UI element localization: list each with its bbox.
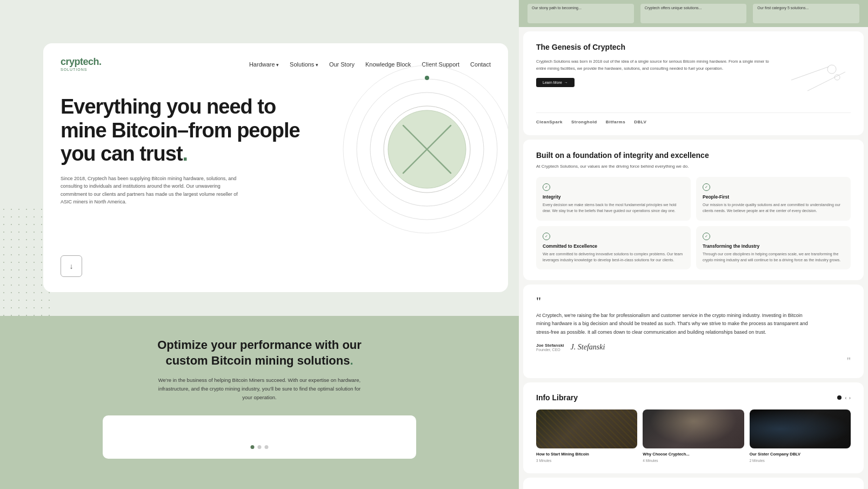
circle-graphic: [340, 63, 508, 236]
lib-card-dblv-title: Our Sister Company DBLV: [750, 452, 851, 458]
genesis-title: The Genesis of Cryptech: [536, 42, 851, 52]
partner-dblv: DBLV: [634, 120, 646, 124]
lib-card-dblv-meta: 2 Minutes: [750, 459, 851, 462]
transforming-icon: [703, 233, 710, 240]
carousel-dots: [251, 445, 269, 449]
lib-card-people[interactable]: Why Choose Cryptech... 4 Minutes: [643, 409, 744, 463]
quote-open-mark: ": [536, 295, 851, 307]
library-next-arrow[interactable]: ›: [849, 394, 851, 400]
quote-text: At Cryptech, we're raising the bar for p…: [536, 312, 817, 336]
lib-card-people-meta: 4 Minutes: [643, 459, 744, 462]
partner-stronghold: Stronghold: [571, 120, 597, 124]
library-cards: How to Start Mining Bitcoin 3 Minutes Wh…: [536, 409, 851, 463]
genesis-description: Cryptech Solutions was born in 2018 out …: [536, 58, 777, 72]
nav-link-hardware[interactable]: Hardware: [249, 61, 279, 68]
hero-description: Since 2018, Cryptech has been supplying …: [61, 175, 244, 206]
nav-item-solutions[interactable]: Solutions: [290, 59, 318, 69]
lib-card-dblv[interactable]: Our Sister Company DBLV 2 Minutes: [750, 409, 851, 463]
library-controls: ‹ ›: [837, 394, 851, 400]
nav-link-solutions[interactable]: Solutions: [290, 61, 318, 68]
quote-author: Joe Stefanski Founder, CEO J. Stefanski: [536, 343, 851, 352]
genesis-learn-more-button[interactable]: Learn More →: [536, 78, 575, 87]
quote-section: " At Cryptech, we're raising the bar for…: [523, 285, 864, 378]
green-section: Optimize your performance with our custo…: [0, 316, 519, 489]
logo-subtitle: solutions: [61, 68, 102, 71]
value-excellence-desc: We are committed to delivering innovativ…: [543, 251, 684, 263]
author-signature: J. Stefanski: [571, 343, 605, 352]
genesis-content: Cryptech Solutions was born in 2018 out …: [536, 58, 851, 104]
integrity-icon: [543, 183, 550, 191]
author-info: Joe Stefanski Founder, CEO: [536, 343, 564, 352]
lib-card-mining-image: [536, 409, 637, 448]
left-panel: cryptech. solutions Hardware Solutions O…: [0, 0, 519, 489]
strip-card-3-text: Our first category 5 solutions...: [757, 6, 809, 10]
value-integrity: Integrity Every decision we make stems b…: [536, 177, 691, 220]
partners-row: CleanSpark Stronghold Bitfarms DBLV: [536, 113, 851, 124]
library-arrows: ‹ ›: [845, 394, 851, 400]
strip-card-2: Cryptech offers unique solutions...: [640, 4, 747, 23]
partner-cleanspark: CleanSpark: [536, 120, 563, 124]
value-integrity-title: Integrity: [543, 194, 684, 200]
values-grid: Integrity Every decision we make stems b…: [536, 177, 851, 269]
genesis-cta: Learn More →: [536, 78, 777, 87]
genesis-graphic: [786, 58, 851, 104]
lib-card-people-image: [643, 409, 744, 448]
strip-card-3: Our first category 5 solutions...: [753, 4, 859, 23]
arrow-icon: →: [564, 81, 568, 84]
value-people-first: People-First Our mission is to provide q…: [696, 177, 851, 220]
top-strip: Our stony path to becoming... Cryptech o…: [519, 0, 868, 27]
svg-point-7: [425, 76, 429, 80]
carousel-dot-3[interactable]: [265, 445, 269, 449]
value-people-first-desc: Our mission is to provide quality soluti…: [703, 202, 844, 214]
value-people-first-title: People-First: [703, 194, 844, 200]
genesis-section: The Genesis of Cryptech Cryptech Solutio…: [523, 31, 864, 135]
right-panel: Our stony path to becoming... Cryptech o…: [519, 0, 868, 489]
author-title: Founder, CEO: [536, 348, 564, 352]
info-library-section: Info Library ‹ › How to Start Mining Bit…: [523, 382, 864, 474]
strip-card-1: Our stony path to becoming...: [528, 4, 634, 23]
excellence-icon: [543, 233, 550, 240]
svg-point-8: [827, 65, 836, 74]
carousel-dot-2[interactable]: [258, 445, 262, 449]
lib-card-dblv-image: [750, 409, 851, 448]
green-card: [103, 415, 416, 459]
info-library-title: Info Library: [536, 393, 578, 402]
svg-point-9: [834, 75, 840, 80]
logo-text: cryptech.: [61, 56, 102, 67]
value-excellence-title: Committed to Excellence: [543, 243, 684, 249]
logo[interactable]: cryptech. solutions: [61, 56, 102, 71]
value-integrity-desc: Every decision we make stems back to the…: [543, 202, 684, 214]
info-library-header: Info Library ‹ ›: [536, 393, 851, 402]
genesis-cta-label: Learn More: [543, 81, 562, 84]
value-transforming-title: Transforming the Industry: [703, 243, 844, 249]
svg-line-10: [807, 72, 845, 91]
green-section-description: We're in the business of helping Bitcoin…: [157, 376, 362, 402]
quote-close-mark: ": [536, 356, 851, 367]
author-name: Joe Stefanski: [536, 343, 564, 348]
people-first-icon: [703, 183, 710, 191]
value-transforming: Transforming the Industry Through our co…: [696, 226, 851, 269]
lib-card-people-title: Why Choose Cryptech...: [643, 452, 744, 458]
carousel-dot-1[interactable]: [251, 445, 255, 449]
strip-card-2-text: Cryptech offers unique solutions...: [645, 6, 702, 10]
green-section-title: Optimize your performance with our custo…: [151, 338, 368, 368]
library-dot: [837, 395, 842, 400]
values-title: Built on a foundation of integrity and e…: [536, 150, 851, 160]
nav-item-hardware[interactable]: Hardware: [249, 59, 279, 69]
values-section: Built on a foundation of integrity and e…: [523, 140, 864, 280]
hero-content: Everything you need to mine Bitcoin–from…: [43, 84, 508, 206]
hero-title: Everything you need to mine Bitcoin–from…: [61, 95, 320, 166]
strip-card-1-text: Our stony path to becoming...: [532, 6, 582, 10]
value-transforming-desc: Through our core disciplines in helping …: [703, 251, 844, 263]
partner-bitfarms: Bitfarms: [606, 120, 625, 124]
lib-card-mining[interactable]: How to Start Mining Bitcoin 3 Minutes: [536, 409, 637, 463]
lib-card-mining-title: How to Start Mining Bitcoin: [536, 452, 637, 458]
svg-line-11: [791, 67, 829, 80]
hero-card: cryptech. solutions Hardware Solutions O…: [43, 43, 508, 292]
scroll-down-button[interactable]: [61, 255, 82, 277]
footer-section: cryptech. cryptech. We are here to serve…: [523, 478, 864, 489]
library-prev-arrow[interactable]: ‹: [845, 394, 846, 400]
lib-card-mining-meta: 3 Minutes: [536, 459, 637, 462]
value-excellence: Committed to Excellence We are committed…: [536, 226, 691, 269]
values-subtitle: At Cryptech Solutions, our values are th…: [536, 163, 709, 170]
